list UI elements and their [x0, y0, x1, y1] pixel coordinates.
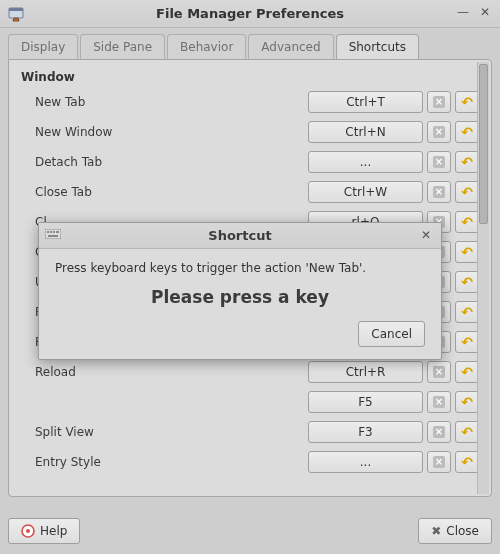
help-button[interactable]: Help: [8, 518, 80, 544]
shortcut-row: Reload Ctrl+R × ↶: [21, 360, 479, 383]
shortcut-button[interactable]: ...: [308, 151, 423, 173]
reset-shortcut-button[interactable]: ↶: [455, 421, 479, 443]
close-icon: ✖: [431, 524, 441, 538]
reset-shortcut-button[interactable]: ↶: [455, 211, 479, 233]
reset-shortcut-button[interactable]: ↶: [455, 391, 479, 413]
shortcut-button[interactable]: ...: [308, 451, 423, 473]
dialog-title: Shortcut: [39, 228, 441, 243]
shortcut-label: Entry Style: [21, 455, 201, 469]
tab-shortcuts[interactable]: Shortcuts: [336, 34, 419, 59]
reset-shortcut-button[interactable]: ↶: [455, 91, 479, 113]
clear-icon: ×: [433, 396, 445, 408]
undo-icon: ↶: [461, 184, 473, 200]
undo-icon: ↶: [461, 94, 473, 110]
clear-icon: ×: [433, 96, 445, 108]
clear-shortcut-button[interactable]: ×: [427, 421, 451, 443]
minimize-button[interactable]: —: [454, 4, 472, 22]
close-window-button[interactable]: ✕: [476, 4, 494, 22]
shortcut-row: Split View F3 × ↶: [21, 420, 479, 443]
undo-icon: ↶: [461, 274, 473, 290]
clear-icon: ×: [433, 456, 445, 468]
reset-shortcut-button[interactable]: ↶: [455, 451, 479, 473]
undo-icon: ↶: [461, 334, 473, 350]
undo-icon: ↶: [461, 244, 473, 260]
undo-icon: ↶: [461, 394, 473, 410]
undo-icon: ↶: [461, 304, 473, 320]
clear-shortcut-button[interactable]: ×: [427, 121, 451, 143]
scrollbar-thumb[interactable]: [479, 64, 488, 224]
window-title: File Manager Preferences: [0, 6, 500, 21]
shortcut-row: New Window Ctrl+N × ↶: [21, 120, 479, 143]
reset-shortcut-button[interactable]: ↶: [455, 151, 479, 173]
clear-icon: ×: [433, 156, 445, 168]
section-title-window: Window: [21, 70, 479, 84]
clear-icon: ×: [433, 186, 445, 198]
shortcut-button[interactable]: Ctrl+W: [308, 181, 423, 203]
shortcut-button[interactable]: F5: [308, 391, 423, 413]
svg-point-3: [26, 529, 30, 533]
help-button-label: Help: [40, 524, 67, 538]
clear-icon: ×: [433, 126, 445, 138]
clear-shortcut-button[interactable]: ×: [427, 451, 451, 473]
shortcut-label: New Tab: [21, 95, 201, 109]
window-controls: — ✕: [454, 4, 494, 22]
undo-icon: ↶: [461, 124, 473, 140]
undo-icon: ↶: [461, 364, 473, 380]
clear-shortcut-button[interactable]: ×: [427, 181, 451, 203]
help-icon: [21, 524, 35, 538]
shortcut-label: Close Tab: [21, 185, 201, 199]
shortcut-label: Split View: [21, 425, 201, 439]
shortcut-label: New Window: [21, 125, 201, 139]
shortcut-label: Reload: [21, 365, 201, 379]
shortcut-row: Detach Tab ... × ↶: [21, 150, 479, 173]
undo-icon: ↶: [461, 454, 473, 470]
clear-icon: ×: [433, 366, 445, 378]
dialog-close-button[interactable]: ✕: [417, 227, 435, 245]
clear-shortcut-button[interactable]: ×: [427, 91, 451, 113]
reset-shortcut-button[interactable]: ↶: [455, 121, 479, 143]
dialog-prompt: Please press a key: [55, 287, 425, 307]
reset-shortcut-button[interactable]: ↶: [455, 271, 479, 293]
dialog-footer: Help ✖ Close: [8, 518, 492, 546]
shortcut-button[interactable]: Ctrl+T: [308, 91, 423, 113]
vertical-scrollbar[interactable]: [477, 62, 489, 494]
dialog-instruction: Press keyboard keys to trigger the actio…: [55, 261, 425, 275]
tab-side-pane[interactable]: Side Pane: [80, 34, 165, 59]
dialog-titlebar: Shortcut ✕: [39, 223, 441, 249]
close-button[interactable]: ✖ Close: [418, 518, 492, 544]
clear-shortcut-button[interactable]: ×: [427, 361, 451, 383]
shortcut-row: New Tab Ctrl+T × ↶: [21, 90, 479, 113]
undo-icon: ↶: [461, 154, 473, 170]
shortcut-button[interactable]: Ctrl+N: [308, 121, 423, 143]
undo-icon: ↶: [461, 214, 473, 230]
reset-shortcut-button[interactable]: ↶: [455, 181, 479, 203]
tab-advanced[interactable]: Advanced: [248, 34, 333, 59]
reset-shortcut-button[interactable]: ↶: [455, 331, 479, 353]
close-button-label: Close: [446, 524, 479, 538]
clear-icon: ×: [433, 426, 445, 438]
shortcut-label: Detach Tab: [21, 155, 201, 169]
reset-shortcut-button[interactable]: ↶: [455, 301, 479, 323]
shortcut-row: Entry Style ... × ↶: [21, 450, 479, 473]
shortcut-button[interactable]: Ctrl+R: [308, 361, 423, 383]
reset-shortcut-button[interactable]: ↶: [455, 361, 479, 383]
cancel-button[interactable]: Cancel: [358, 321, 425, 347]
cancel-button-label: Cancel: [371, 327, 412, 341]
shortcut-button[interactable]: F3: [308, 421, 423, 443]
clear-shortcut-button[interactable]: ×: [427, 151, 451, 173]
undo-icon: ↶: [461, 424, 473, 440]
clear-shortcut-button[interactable]: ×: [427, 391, 451, 413]
reset-shortcut-button[interactable]: ↶: [455, 241, 479, 263]
shortcut-row: F5 × ↶: [21, 390, 479, 413]
shortcut-dialog: Shortcut ✕ Press keyboard keys to trigge…: [38, 222, 442, 360]
tab-bar: Display Side Pane Behavior Advanced Shor…: [8, 34, 492, 59]
dialog-body: Press keyboard keys to trigger the actio…: [39, 249, 441, 359]
shortcut-row: Close Tab Ctrl+W × ↶: [21, 180, 479, 203]
titlebar: File Manager Preferences — ✕: [0, 0, 500, 28]
tab-behavior[interactable]: Behavior: [167, 34, 246, 59]
tab-display[interactable]: Display: [8, 34, 78, 59]
